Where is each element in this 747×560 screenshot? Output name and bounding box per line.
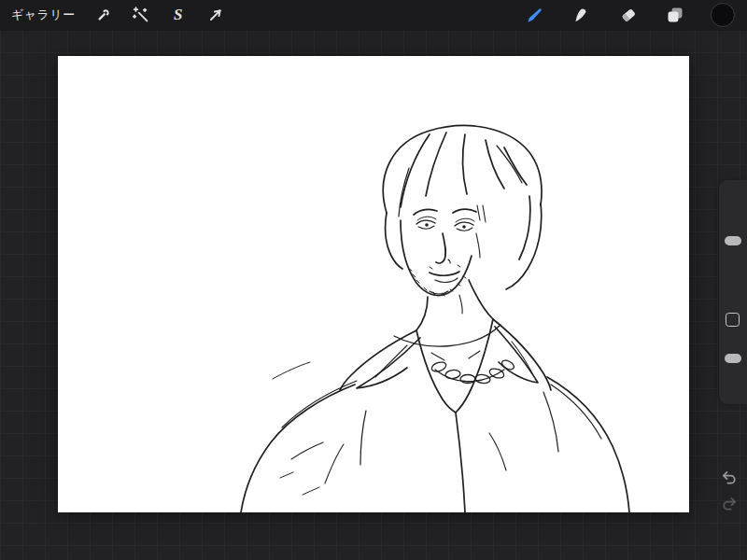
actions-button[interactable] — [92, 4, 115, 26]
selection-s-icon: S — [174, 7, 182, 22]
undo-button[interactable] — [719, 469, 740, 487]
opacity-slider[interactable] — [725, 354, 741, 363]
wrench-icon — [93, 5, 114, 25]
left-tool-group: S — [92, 4, 227, 26]
transform-button[interactable] — [204, 4, 227, 26]
erase-button[interactable] — [617, 4, 640, 26]
brush-icon — [524, 4, 546, 26]
layers-button[interactable] — [664, 4, 686, 26]
brush-sidebar — [719, 180, 747, 404]
undo-icon — [720, 469, 739, 486]
transform-arrow-icon — [205, 5, 226, 25]
eraser-icon — [617, 4, 640, 26]
selection-button[interactable]: S — [167, 4, 190, 26]
gallery-button[interactable]: ギャラリー — [11, 7, 76, 23]
current-color-swatch[interactable] — [711, 3, 735, 27]
history-controls — [716, 469, 742, 513]
smudge-icon — [571, 4, 593, 26]
paint-button[interactable] — [524, 4, 546, 26]
top-toolbar: ギャラリー — [0, 0, 747, 30]
brush-size-slider[interactable] — [725, 236, 741, 245]
modify-button[interactable] — [726, 313, 740, 327]
redo-button[interactable] — [719, 495, 740, 513]
drawing-canvas[interactable] — [58, 56, 689, 512]
adjustments-button[interactable] — [130, 4, 152, 26]
procreate-workspace: ギャラリー — [0, 0, 747, 560]
right-tool-group — [524, 3, 747, 27]
sketch-drawing — [58, 56, 689, 512]
smudge-button[interactable] — [571, 4, 593, 26]
magic-wand-icon — [131, 5, 151, 25]
redo-icon — [720, 496, 739, 512]
layers-icon — [664, 4, 686, 26]
